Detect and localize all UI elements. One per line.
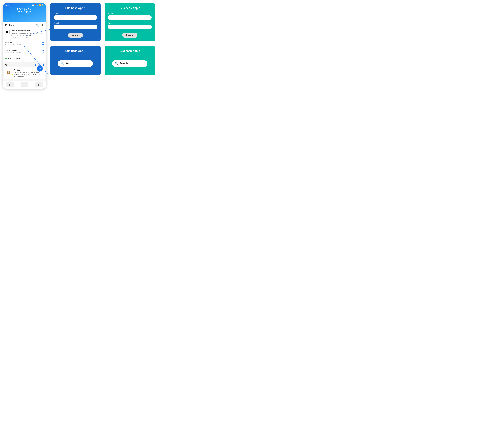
business-app2-bottom-title: Business App 2 (108, 49, 152, 53)
app2-name-label: Name (108, 12, 152, 15)
business-app2-top-title: Business App 2 (108, 7, 152, 10)
phone-body: Profiles + 🔍 ⋮ ▌▌ Default scanning profi… (3, 22, 46, 89)
app1-search-text: Search (65, 62, 73, 65)
create-plus-icon: + (5, 57, 7, 60)
dot-1 (42, 42, 44, 43)
app1-email-label: Email (54, 22, 97, 24)
business-app1-top-card: Business App 1 Name Email Submit (50, 3, 101, 41)
data-forms-item[interactable]: Data forms Modified on Oct 29, 2020 (3, 40, 46, 47)
add-profile-button[interactable]: + (33, 24, 34, 27)
status-icons: 🖼 📍 ▲ 📶 🔋 (32, 4, 44, 6)
brand-product: Knox Capture (5, 10, 44, 13)
tip-icon-area: 📋 ◀ (6, 69, 12, 75)
tip-card: × 📋 ◀ Profiles The default scanning prof… (4, 67, 45, 79)
app2-name-field-group: Name (108, 12, 152, 20)
brand-samsung: SAMSUNG (5, 7, 44, 10)
app2-email-field-group: Email (108, 22, 152, 29)
phone-header: 12:05 🖼 📍 ▲ 📶 🔋 SAMSUNG Knox Capture (3, 3, 46, 22)
nav-bar: ||| ○ ❮ (3, 81, 46, 89)
app1-email-input[interactable] (54, 25, 97, 29)
tip-arrow-icon: ◀ (11, 73, 13, 75)
status-time: 12:05 (5, 4, 9, 6)
business-app1-top-title: Business App 1 (54, 7, 97, 10)
app1-search-box[interactable]: 🔍 Search (58, 60, 93, 67)
app2-email-input[interactable] (108, 25, 152, 29)
business-app1-bottom-title: Business App 1 (54, 49, 97, 53)
bottom-app-row: Business App 1 🔍 Search Business App 2 🔍… (50, 46, 155, 75)
app1-email-field-group: Email (54, 22, 97, 29)
tips-title: Tips (5, 64, 9, 66)
app1-submit-button[interactable]: Submit (68, 33, 83, 38)
status-signal-icon: 📶 (39, 4, 41, 6)
app2-submit-button[interactable]: Submit (122, 33, 137, 38)
app2-search-icon: 🔍 (115, 62, 118, 65)
status-notification-icon: 🖼 (32, 4, 34, 6)
default-profile-info: Default scanning profile This profile wi… (11, 30, 44, 38)
app2-name-input[interactable] (108, 15, 152, 20)
more-options-button[interactable]: ⋮ (41, 24, 44, 27)
status-wifi-icon: ▲ (37, 4, 39, 6)
share-fab-button[interactable]: ⇗ (37, 65, 43, 72)
business-app2-top-card: Business App 2 Name Email Submit (105, 3, 155, 41)
app1-name-field-group: Name (54, 12, 97, 20)
tip-document-icon: 📋 (6, 69, 11, 75)
create-profile-item[interactable]: + Create profile (3, 55, 46, 62)
default-profile-description: This profile will be applied to any app … (11, 32, 44, 36)
dot-3 (42, 49, 44, 51)
phone-mockup: 12:05 🖼 📍 ▲ 📶 🔋 SAMSUNG Knox Capture Pro… (3, 3, 46, 89)
search-inputs-item[interactable]: Search inputs Modified on Oct 29, 2020 (3, 47, 46, 55)
default-profile-modified: Modified on Oct 28, 2020 (11, 37, 44, 38)
status-location-icon: 📍 (34, 4, 36, 6)
data-forms-dots (42, 42, 44, 45)
app1-search-icon: 🔍 (61, 62, 64, 65)
app2-search-text: Search (120, 62, 128, 65)
data-forms-name: Data forms (5, 42, 42, 44)
dot-4 (42, 51, 44, 53)
search-profiles-button[interactable]: 🔍 (36, 24, 39, 27)
app2-search-container: 🔍 Search (108, 55, 152, 72)
profiles-header: Profiles + 🔍 ⋮ (3, 22, 46, 28)
dot-2 (42, 44, 44, 45)
search-inputs-dots (42, 49, 44, 53)
brand-area: SAMSUNG Knox Capture (5, 7, 44, 13)
barcode-icon: ▌▌ (5, 30, 9, 34)
search-inputs-name: Search inputs (5, 49, 42, 51)
phone-frame: 12:05 🖼 📍 ▲ 📶 🔋 SAMSUNG Knox Capture Pro… (3, 3, 46, 89)
share-icon: ⇗ (39, 67, 41, 70)
search-inputs-info: Search inputs Modified on Oct 29, 2020 (5, 49, 42, 53)
data-forms-modified: Modified on Oct 29, 2020 (5, 44, 42, 46)
status-bar: 12:05 🖼 📍 ▲ 📶 🔋 (5, 4, 44, 6)
app1-name-input[interactable] (54, 15, 97, 20)
recent-apps-button[interactable]: ||| (6, 82, 14, 87)
default-profile-name: Default scanning profile (11, 30, 44, 32)
app2-email-label: Email (108, 22, 152, 24)
default-profile-item[interactable]: ▌▌ Default scanning profile This profile… (3, 28, 46, 40)
tip-card-text: The default scanning profile is applied … (14, 72, 43, 78)
home-button[interactable]: ○ (20, 82, 28, 87)
data-forms-info: Data forms Modified on Oct 29, 2020 (5, 42, 42, 46)
business-app1-bottom-card: Business App 1 🔍 Search (50, 46, 101, 75)
app2-search-box[interactable]: 🔍 Search (112, 60, 147, 67)
back-button[interactable]: ❮ (35, 82, 43, 87)
profiles-actions: + 🔍 ⋮ (33, 24, 44, 27)
create-profile-label: Create profile (8, 57, 20, 60)
app1-name-label: Name (54, 12, 97, 15)
top-app-row: Business App 1 Name Email Submit Busines… (50, 3, 155, 41)
apps-wrapper: Business App 1 Name Email Submit Busines… (50, 3, 155, 75)
search-inputs-modified: Modified on Oct 29, 2020 (5, 52, 42, 53)
app1-search-container: 🔍 Search (54, 55, 97, 72)
business-app2-bottom-card: Business App 2 🔍 Search (105, 46, 155, 75)
status-battery-icon: 🔋 (42, 4, 44, 6)
profiles-title: Profiles (5, 24, 14, 27)
